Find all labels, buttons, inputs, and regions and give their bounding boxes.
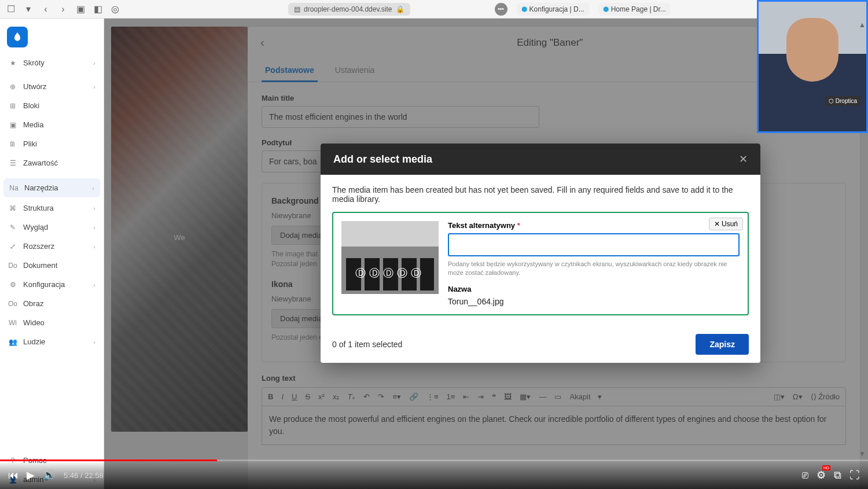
sidebar-item-bloki[interactable]: ⊞Bloki [0, 96, 104, 115]
nav-icon: Do [8, 262, 17, 270]
video-controls: ⏮ ▶ 🔊 5:46 / 22:58 ⎚ ⚙ ⧉ ⛶ [0, 461, 868, 489]
nav-icon: ✎ [8, 223, 17, 231]
app-icon-1[interactable]: ▣ [74, 3, 87, 16]
chevron-right-icon: › [93, 339, 95, 345]
modal-title: Add or select media [333, 153, 432, 166]
scroll-up-icon[interactable]: ▲ [859, 21, 866, 29]
chevron-right-icon: › [93, 224, 95, 231]
lock-icon: 🔒 [396, 5, 404, 13]
upload-box: ✕ Usuń Tekst alternatywny * Podany tekst… [332, 212, 749, 315]
reader-icon[interactable]: ••• [495, 3, 507, 16]
sidebar-item-utwórz[interactable]: ⊕Utwórz› [0, 77, 104, 96]
browser-tab-1[interactable]: ⬢ Konfiguracja | D... [517, 3, 589, 16]
chevron-right-icon: › [93, 281, 95, 288]
address-text: droopler-demo-004.ddev.site [304, 5, 392, 13]
nav-icon: ⊕ [8, 83, 17, 91]
admin-sidebar: ★Skróty›⊕Utwórz›⊞Bloki▣Media🗎Pliki☰Zawar… [0, 19, 104, 489]
alt-text-label: Tekst alternatywny * [448, 221, 740, 230]
back-icon[interactable]: ‹ [39, 3, 52, 16]
sidebar-item-skróty[interactable]: ★Skróty› [0, 53, 104, 72]
chevron-right-icon: › [93, 83, 95, 90]
right-scrollbar[interactable]: ▲ ▼ [856, 19, 868, 460]
scroll-down-icon[interactable]: ▼ [859, 450, 866, 458]
nav-icon: ★ [8, 59, 17, 67]
nav-icon: 👥 [8, 338, 17, 346]
browser-toolbar: ☐ ▾ ‹ › ▣ ◧ ◎ ▤ droopler-demo-004.ddev.s… [0, 0, 868, 19]
browser-tab-2[interactable]: ⬢ Home Page | Dr... [598, 3, 671, 16]
chevron-right-icon: › [92, 185, 94, 192]
nav-icon: Wi [8, 319, 17, 327]
sidebar-item-wideo[interactable]: WiWideo [0, 313, 104, 332]
alt-text-help: Podany tekst będzie wykorzystywany w czy… [448, 260, 740, 278]
nav-icon: ⌘ [8, 204, 17, 212]
sidebar-item-struktura[interactable]: ⌘Struktura› [0, 198, 104, 218]
settings-icon[interactable]: ⚙ [816, 469, 826, 481]
nav-icon: ▣ [8, 121, 17, 129]
nav-icon: Na [9, 184, 19, 192]
drupal-favicon: ⬢ [603, 5, 609, 13]
webcam-overlay: ⬡ Droptica [757, 0, 868, 133]
nav-icon: 🗎 [8, 140, 17, 148]
volume-icon[interactable]: 🔊 [43, 469, 56, 481]
sidebar-item-ludzie[interactable]: 👥Ludzie› [0, 332, 104, 351]
sidebar-item-obraz[interactable]: OoObraz [0, 294, 104, 313]
drupal-logo[interactable] [7, 27, 28, 47]
app-icon-3[interactable]: ◎ [109, 3, 122, 16]
save-button[interactable]: Zapisz [696, 334, 749, 355]
fullscreen-icon[interactable]: ⛶ [849, 469, 860, 481]
nav-icon: ⤢ [8, 242, 17, 251]
sidebar-item-pliki[interactable]: 🗎Pliki [0, 134, 104, 153]
forward-icon[interactable]: › [57, 3, 69, 16]
webcam-badge: ⬡ Droptica [825, 96, 860, 106]
captions-icon[interactable]: ⎚ [802, 469, 808, 481]
media-thumbnail [341, 221, 439, 294]
miniplayer-icon[interactable]: ⧉ [834, 469, 841, 481]
name-value: Torun__064.jpg [448, 297, 740, 306]
chevron-right-icon: › [93, 243, 95, 250]
nav-icon: ⊞ [8, 102, 17, 110]
sidebar-item-media[interactable]: ▣Media [0, 115, 104, 134]
sidebar-item-dokument[interactable]: DoDokument [0, 256, 104, 275]
page-icon: ▤ [294, 5, 300, 13]
dropdown-icon[interactable]: ▾ [22, 3, 35, 16]
prev-icon[interactable]: ⏮ [8, 469, 19, 481]
alt-text-input[interactable] [448, 233, 740, 256]
modal-info: The media item has been created but has … [332, 185, 749, 204]
nav-icon: ⚙ [8, 281, 17, 289]
sidebar-toggle-icon[interactable]: ☐ [5, 3, 17, 16]
remove-button[interactable]: ✕ Usuń [709, 218, 743, 230]
nav-icon: ☰ [8, 159, 17, 167]
selected-count: 0 of 1 item selected [332, 340, 402, 349]
chevron-right-icon: › [93, 205, 95, 212]
media-modal: Add or select media ✕ The media item has… [321, 144, 760, 363]
sidebar-item-konfiguracja[interactable]: ⚙Konfiguracja› [0, 275, 104, 294]
video-time: 5:46 / 22:58 [64, 471, 104, 480]
name-label: Nazwa [448, 285, 740, 293]
drupal-favicon: ⬢ [521, 5, 527, 13]
nav-icon: Oo [8, 300, 17, 308]
sidebar-item-zawartość[interactable]: ☰Zawartość [0, 153, 104, 172]
close-icon[interactable]: ✕ [739, 153, 748, 166]
play-icon[interactable]: ▶ [27, 469, 35, 481]
sidebar-item-wygląd[interactable]: ✎Wygląd› [0, 218, 104, 237]
chevron-right-icon: › [93, 60, 95, 67]
sidebar-item-rozszerz[interactable]: ⤢Rozszerz› [0, 237, 104, 256]
address-bar[interactable]: ▤ droopler-demo-004.ddev.site 🔒 [288, 3, 410, 16]
sidebar-item-narzędzia[interactable]: NaNarzędzia› [3, 178, 100, 197]
app-icon-2[interactable]: ◧ [91, 3, 104, 16]
